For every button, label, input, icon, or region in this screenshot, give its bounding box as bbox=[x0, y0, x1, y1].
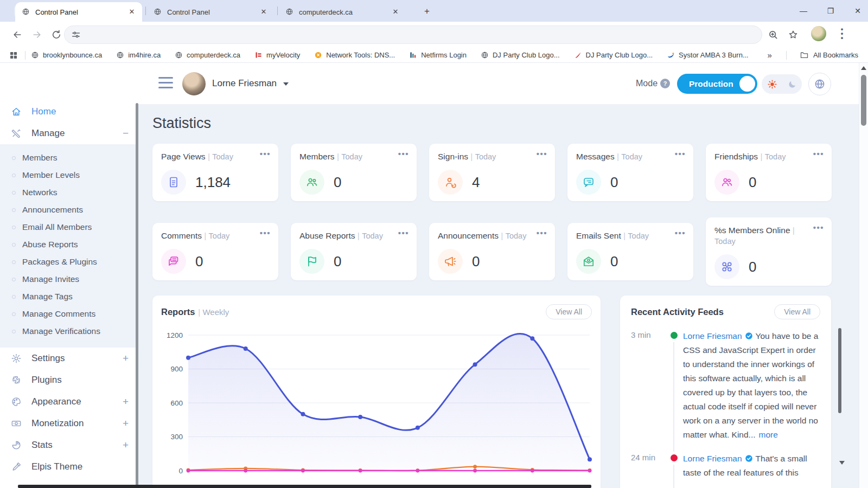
stat-card-sign-ins: Sign-ins | Today•••4 bbox=[429, 144, 555, 201]
sidebar-item-members[interactable]: Members bbox=[0, 149, 138, 166]
browser-scrollbar[interactable] bbox=[859, 63, 868, 488]
sidebar-item-appearance[interactable]: Appearance+ bbox=[0, 391, 138, 413]
user-caret-icon[interactable] bbox=[283, 82, 289, 86]
card-menu-icon[interactable]: ••• bbox=[398, 149, 409, 158]
address-bar[interactable] bbox=[64, 25, 762, 44]
browser-tab-3[interactable]: computerdeck.ca✕ bbox=[279, 2, 406, 22]
sidebar-item-announcements[interactable]: Announcements bbox=[0, 201, 138, 219]
browser-profile-avatar[interactable] bbox=[811, 26, 826, 41]
sidebar-item-manage-tags[interactable]: Manage Tags bbox=[0, 288, 138, 305]
card-menu-icon[interactable]: ••• bbox=[537, 228, 547, 237]
sidebar-item-settings[interactable]: Settings+ bbox=[0, 348, 138, 369]
bookmark-star-icon[interactable] bbox=[788, 29, 799, 40]
card-menu-icon[interactable]: ••• bbox=[398, 228, 409, 237]
address-input[interactable] bbox=[86, 30, 762, 39]
tab-close-icon[interactable]: ✕ bbox=[391, 7, 400, 17]
sidebar-item-abuse-reports[interactable]: Abuse Reports bbox=[0, 236, 138, 253]
brush-icon bbox=[11, 461, 22, 472]
sidebar-item-manage-verifications[interactable]: Manage Verifications bbox=[0, 323, 138, 340]
expand-toggle-icon[interactable]: + bbox=[123, 396, 129, 408]
minimize-button[interactable]: — bbox=[797, 7, 809, 15]
stat-card-value: 0 bbox=[749, 259, 756, 275]
tab-close-icon[interactable]: ✕ bbox=[127, 7, 137, 17]
sun-icon[interactable] bbox=[767, 79, 777, 89]
language-globe-button[interactable] bbox=[808, 73, 831, 95]
close-button[interactable]: ✕ bbox=[852, 7, 864, 15]
card-menu-icon[interactable]: ••• bbox=[813, 149, 824, 158]
scrollbar-up-arrow[interactable] bbox=[861, 66, 866, 70]
sidebar-item-elpis-theme[interactable]: Elpis Theme bbox=[0, 456, 138, 478]
expand-toggle-icon[interactable]: + bbox=[123, 352, 129, 364]
sidebar-item-manage-comments[interactable]: Manage Comments bbox=[0, 305, 138, 323]
hamburger-menu-icon[interactable] bbox=[158, 77, 173, 92]
card-menu-icon[interactable]: ••• bbox=[675, 228, 686, 237]
puzzle-icon bbox=[11, 375, 22, 386]
stat-card-label: Announcements bbox=[438, 231, 499, 240]
page-scrollbar-thumb[interactable] bbox=[838, 328, 841, 413]
zoom-icon[interactable] bbox=[768, 29, 778, 40]
scrollbar-thumb[interactable] bbox=[861, 75, 866, 126]
tune-icon[interactable] bbox=[71, 30, 81, 40]
bookmark-item-4[interactable]: myVelocity bbox=[254, 51, 300, 59]
mode-toggle-label: Production bbox=[689, 79, 733, 88]
back-icon[interactable] bbox=[12, 29, 23, 40]
sidebar-item-manage[interactable]: Manage− bbox=[0, 123, 138, 144]
sidebar-item-stats[interactable]: Stats+ bbox=[0, 434, 138, 456]
sidebar-item-networks[interactable]: Networks bbox=[0, 184, 138, 201]
all-bookmarks[interactable]: All Bookmarks bbox=[792, 50, 858, 60]
mode-toggle[interactable]: Production bbox=[677, 74, 757, 94]
sidebar-item-home[interactable]: Home bbox=[0, 101, 138, 123]
expand-toggle-icon[interactable]: + bbox=[123, 418, 129, 429]
stat-card-page-views: Page Views | Today•••1,184 bbox=[152, 144, 278, 201]
sidebar-item-plugins[interactable]: Plugins bbox=[0, 369, 138, 391]
stat-card-period: Today bbox=[506, 232, 527, 240]
apps-grid-icon[interactable] bbox=[9, 50, 18, 60]
maximize-button[interactable]: ❐ bbox=[825, 7, 837, 15]
user-avatar[interactable] bbox=[182, 72, 206, 95]
horizontal-scrollbar-thumb[interactable] bbox=[18, 485, 591, 488]
feed-user-link[interactable]: Lorne Friesman bbox=[683, 331, 742, 341]
bookmark-item-2[interactable]: im4hire.ca bbox=[116, 51, 161, 59]
page-scrollbar-down-arrow[interactable] bbox=[839, 461, 845, 465]
card-menu-icon[interactable]: ••• bbox=[675, 149, 686, 158]
bookmark-item-9[interactable]: Systor AMBA 3 Burn... bbox=[667, 51, 749, 59]
tab-favicon-globe-icon bbox=[285, 8, 294, 16]
reports-view-all-button[interactable]: View All bbox=[546, 304, 592, 319]
bookmark-favicon-globe-icon bbox=[175, 51, 183, 59]
bookmark-item-3[interactable]: computerdeck.ca bbox=[175, 51, 240, 59]
sidebar-item-email-all-members[interactable]: Email All Members bbox=[0, 219, 138, 236]
browser-menu-icon[interactable]: ••• bbox=[837, 27, 847, 41]
bookmark-item-1[interactable]: brooklynbounce.ca bbox=[31, 51, 102, 59]
stat-card-comments: Comments | Today•••0 bbox=[152, 223, 278, 280]
card-menu-icon[interactable]: ••• bbox=[813, 223, 824, 232]
sidebar-item-packages-plugins[interactable]: Packages & Plugins bbox=[0, 253, 138, 271]
bookmark-favicon-globe-icon bbox=[31, 51, 39, 59]
browser-tab-1[interactable]: Control Panel✕ bbox=[15, 2, 142, 22]
expand-toggle-icon[interactable]: + bbox=[123, 439, 129, 451]
expand-toggle-icon[interactable]: − bbox=[123, 127, 129, 139]
mode-help-icon[interactable]: ? bbox=[660, 79, 670, 88]
card-menu-icon[interactable]: ••• bbox=[537, 149, 547, 158]
sidebar-item-member-levels[interactable]: Member Levels bbox=[0, 166, 138, 184]
tab-close-icon[interactable]: ✕ bbox=[259, 7, 269, 17]
stat-card-period: Today bbox=[209, 232, 230, 240]
feed-more-link[interactable]: more bbox=[759, 430, 778, 439]
forward-icon[interactable] bbox=[31, 29, 42, 40]
bookmark-item-8[interactable]: DJ Party Club Logo... bbox=[574, 51, 653, 59]
bookmark-item-5[interactable]: Network Tools: DNS... bbox=[314, 51, 395, 59]
sidebar-item-monetization[interactable]: Monetization+ bbox=[0, 413, 138, 434]
browser-tab-2[interactable]: Control Panel✕ bbox=[147, 2, 274, 22]
card-menu-icon[interactable]: ••• bbox=[260, 228, 271, 237]
activity-view-all-button[interactable]: View All bbox=[774, 304, 820, 319]
sidebar-item-label: Settings bbox=[31, 353, 123, 364]
bookmarks-overflow-button[interactable]: » bbox=[768, 50, 772, 60]
card-menu-icon[interactable]: ••• bbox=[260, 149, 271, 158]
sidebar-item-manage-invites[interactable]: Manage Invites bbox=[0, 271, 138, 288]
feed-user-link[interactable]: Lorne Friesman bbox=[683, 454, 742, 463]
reload-icon[interactable] bbox=[51, 29, 62, 40]
bookmark-item-7[interactable]: DJ Party Club Logo... bbox=[481, 51, 560, 59]
user-name[interactable]: Lorne Friesman bbox=[212, 78, 277, 89]
bookmark-item-6[interactable]: Netfirms Login bbox=[409, 51, 467, 59]
moon-icon[interactable] bbox=[788, 80, 797, 89]
new-tab-button[interactable]: + bbox=[420, 5, 433, 18]
